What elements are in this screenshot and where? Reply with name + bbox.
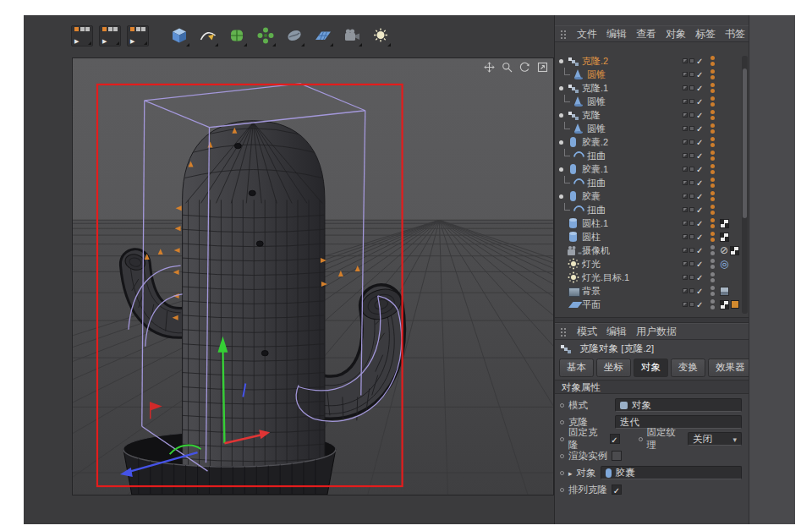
visibility-dots[interactable] — [710, 178, 717, 188]
enabled-check-icon[interactable] — [696, 245, 705, 255]
layer-square-icon[interactable] — [683, 72, 688, 77]
layer-square-icon[interactable] — [689, 72, 694, 77]
om-menu-item-4[interactable]: 标签 — [695, 27, 716, 41]
camera-tool-button[interactable] — [340, 24, 363, 47]
row-toggles[interactable] — [683, 56, 710, 66]
enabled-check-icon[interactable] — [696, 191, 705, 201]
layer-square-icon[interactable] — [683, 85, 688, 90]
rotate-icon[interactable] — [518, 61, 530, 73]
row-toggles[interactable] — [683, 151, 710, 161]
object-row-扭曲[interactable]: 扭曲 — [555, 176, 749, 189]
layer-square-icon[interactable] — [683, 167, 688, 172]
row-toggles[interactable] — [683, 137, 710, 147]
attr-tab-2[interactable]: 对象 — [634, 359, 668, 377]
expand-dot-icon[interactable] — [559, 86, 563, 90]
enabled-check-icon[interactable] — [696, 232, 705, 242]
object-row-克隆.2[interactable]: 克隆.2 — [555, 54, 749, 68]
layer-square-icon[interactable] — [683, 58, 688, 63]
maximize-icon[interactable] — [536, 61, 548, 73]
no-sign-tag-icon[interactable]: ⊘ — [720, 245, 728, 255]
layer-square-icon[interactable] — [683, 180, 688, 185]
expand-triangle-icon[interactable] — [568, 468, 573, 478]
row-toggles[interactable] — [683, 205, 710, 215]
row-toggles[interactable] — [683, 245, 710, 255]
sort-clones-checkbox[interactable] — [612, 484, 622, 495]
layer-square-icon[interactable] — [683, 288, 688, 293]
object-row-圆锥[interactable]: 圆锥 — [555, 122, 749, 135]
layer-square-icon[interactable] — [683, 221, 688, 226]
visibility-dots[interactable] — [710, 191, 717, 201]
row-toggles[interactable] — [683, 191, 710, 201]
enabled-check-icon[interactable] — [696, 272, 705, 282]
layer-square-icon[interactable] — [689, 58, 694, 63]
object-row-扭曲[interactable]: 扭曲 — [555, 203, 749, 216]
visibility-dots[interactable] — [710, 123, 717, 134]
visibility-dots[interactable] — [710, 232, 717, 242]
layer-square-icon[interactable] — [689, 207, 694, 212]
object-row-克隆.1[interactable]: 克隆.1 — [555, 81, 749, 95]
om-menu-item-3[interactable]: 对象 — [666, 27, 686, 41]
pan-icon[interactable] — [483, 61, 495, 73]
scrollbar-thumb[interactable] — [743, 68, 747, 218]
visibility-dots[interactable] — [710, 137, 717, 147]
fix-texture-dropdown[interactable]: 关闭 — [688, 432, 742, 446]
visibility-dots[interactable] — [710, 218, 717, 228]
grip-icon[interactable] — [560, 30, 568, 39]
am-menu-item-1[interactable]: 编辑 — [606, 325, 627, 339]
enabled-check-icon[interactable] — [696, 205, 705, 215]
target-tag-icon[interactable]: ◎ — [720, 259, 728, 269]
layer-square-icon[interactable] — [689, 275, 694, 280]
enabled-check-icon[interactable] — [696, 83, 705, 93]
visibility-dots[interactable] — [710, 151, 717, 161]
visibility-dots[interactable] — [710, 272, 717, 282]
object-row-克隆[interactable]: 克隆 — [555, 108, 749, 122]
anim-dot-icon[interactable] — [639, 437, 643, 441]
layer-square-icon[interactable] — [689, 302, 694, 307]
enabled-check-icon[interactable] — [696, 218, 705, 228]
layer-square-icon[interactable] — [683, 140, 688, 145]
light-tool-button[interactable] — [369, 24, 392, 47]
layer-square-icon[interactable] — [689, 261, 694, 266]
zoom-icon[interactable] — [501, 61, 513, 73]
layer-square-icon[interactable] — [683, 234, 688, 239]
spline-pen-button[interactable] — [196, 24, 219, 47]
object-row-灯光[interactable]: 灯光◎ — [555, 257, 749, 271]
layer-square-icon[interactable] — [683, 275, 688, 280]
row-toggles[interactable] — [683, 164, 710, 174]
checker-tag-icon[interactable] — [720, 233, 729, 242]
checker-tag-icon[interactable] — [720, 219, 729, 228]
row-toggles[interactable] — [683, 123, 710, 134]
layer-square-icon[interactable] — [689, 248, 694, 253]
subdivision-surface-button[interactable] — [225, 24, 248, 47]
visibility-dots[interactable] — [710, 205, 717, 215]
attr-tab-1[interactable]: 坐标 — [596, 359, 631, 377]
fix-clone-checkbox[interactable] — [610, 434, 620, 444]
layer-square-icon[interactable] — [689, 167, 694, 172]
visibility-dots[interactable] — [710, 56, 717, 66]
layer-square-icon[interactable] — [683, 99, 688, 104]
picture-tag-icon[interactable] — [720, 287, 729, 296]
enabled-check-icon[interactable] — [696, 123, 705, 134]
expand-dot-icon[interactable] — [559, 167, 563, 172]
layer-square-icon[interactable] — [683, 302, 688, 307]
anim-dot-icon[interactable] — [560, 488, 564, 492]
layer-square-icon[interactable] — [683, 126, 688, 131]
object-row-扭曲[interactable]: 扭曲 — [555, 149, 749, 162]
visibility-dots[interactable] — [710, 83, 717, 93]
am-menu-item-0[interactable]: 模式 — [577, 325, 597, 339]
object-manager-scrollbar[interactable] — [742, 56, 748, 314]
object-row-胶囊.2[interactable]: 胶囊.2 — [555, 135, 749, 149]
grip-icon[interactable] — [560, 327, 568, 337]
row-toggles[interactable] — [683, 299, 710, 309]
layer-square-icon[interactable] — [689, 288, 694, 293]
enabled-check-icon[interactable] — [696, 259, 705, 269]
om-menu-item-2[interactable]: 查看 — [636, 27, 656, 41]
viewport-canvas[interactable] — [73, 58, 553, 495]
visibility-dots[interactable] — [710, 96, 717, 107]
enabled-check-icon[interactable] — [696, 96, 705, 107]
object-row-圆柱.1[interactable]: 圆柱.1 — [555, 216, 749, 230]
om-menu-item-1[interactable]: 编辑 — [606, 27, 627, 41]
visibility-dots[interactable] — [710, 286, 717, 296]
checker-tag-icon[interactable] — [720, 300, 729, 309]
enabled-check-icon[interactable] — [696, 110, 705, 120]
